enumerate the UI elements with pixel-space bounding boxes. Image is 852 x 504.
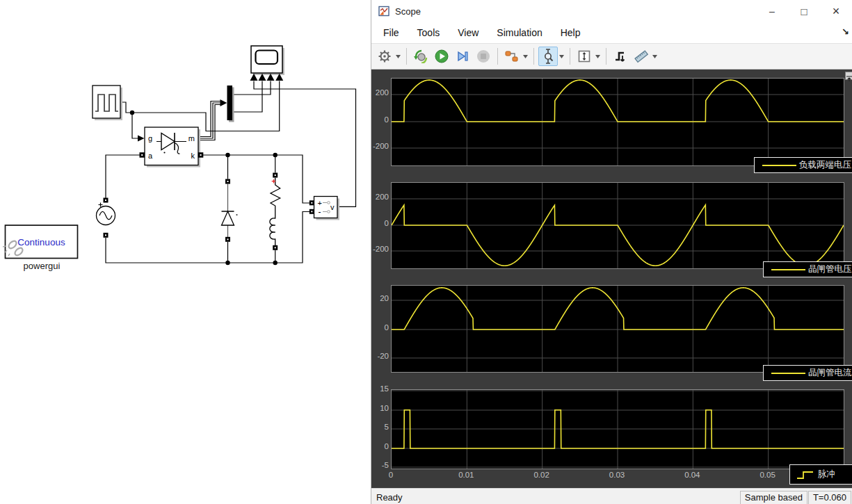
gate-arrowhead [138,136,145,142]
settings-button[interactable] [375,47,394,66]
xtick-label: 0.05 [753,471,783,479]
menu-help[interactable]: Help [554,24,588,41]
measurements-dropdown-arrow[interactable] [652,47,658,65]
menu-simulation[interactable]: Simulation [490,24,549,41]
scale-axes-button[interactable] [574,47,594,66]
simulink-model-canvas[interactable]: g m a k [0,0,371,504]
ytick-label: -5 [371,461,389,469]
status-sim-time: T=0.060 [808,491,851,504]
rl-load-block[interactable] [270,173,280,250]
pulse-generator-block[interactable] [93,86,122,120]
powergui-block[interactable]: Continuous powergui [3,225,78,271]
wire-pulse-to-scope4 [132,81,280,131]
ytick-label: 0 [371,323,389,332]
trigger-button[interactable] [611,47,630,66]
toolbar-separator [533,48,534,65]
title-bar[interactable]: Scope – □ × [371,0,852,22]
legend-pulse[interactable]: 脉冲 [789,464,852,485]
plot-pulse [391,389,844,469]
ytick-label: -200 [371,142,389,150]
ytick-label: -20 [371,352,389,360]
status-bar: Ready Sample based T=0.060 [371,488,852,504]
step-forward-button[interactable] [453,47,472,66]
ytick-label: 0 [371,442,389,450]
ytick-label: 0 [371,219,389,227]
legend-thyristor-voltage[interactable]: 晶闸管电压 [763,261,852,277]
toolbar-separator [606,48,606,65]
minimize-button[interactable]: – [756,0,788,22]
wire-bus-line2 [198,103,220,138]
toolbar-separator [570,48,570,65]
port-label-m: m [188,134,195,143]
demux-block[interactable] [227,86,234,122]
legend-thyristor-current[interactable]: 晶闸管电流 [763,365,852,381]
scope-screen-icon [256,51,278,65]
ac-voltage-source-block[interactable] [97,198,115,238]
legend-label: 晶闸管电流 [808,367,852,379]
xtick-label: 0.04 [677,471,707,479]
wire-demux-out1 [232,81,271,95]
ytick-label: 0 [371,115,389,124]
ytick-label: 10 [371,404,389,412]
vm-minus-label: - [319,207,321,217]
voltage-measurement-block[interactable]: + - v [310,197,339,220]
close-button[interactable]: × [820,0,852,22]
menu-view[interactable]: View [451,24,485,41]
xtick-label: 0.02 [527,471,557,479]
diode-block[interactable] [222,179,238,242]
ytick-label: 200 [371,88,389,97]
scope-block[interactable] [250,46,285,81]
thyristor-block[interactable]: g m a k [140,127,204,168]
measurements-button[interactable] [632,47,651,66]
menu-tools[interactable]: Tools [410,24,447,41]
configure-signals-button[interactable] [502,47,522,66]
wire-vmeas-to-scope1 [254,81,356,207]
status-sample-mode: Sample based [740,491,807,504]
scope-window-icon [378,6,389,17]
legend-load-voltage[interactable]: 负载两端电压 [754,157,852,173]
scope-plot-area: 2000-200负载两端电压2000-200晶闸管电压200-20晶闸管电流15… [371,70,852,488]
wire-demux-out2 [232,81,262,113]
diode-symbol-icon [222,211,234,225]
port-label-a: a [148,152,153,160]
ytick-label: 20 [371,294,389,302]
toolbar-separator [406,48,407,65]
toolbar-separator [497,48,498,65]
vm-ports [310,200,314,214]
highlight-simulink-block-button[interactable] [411,47,431,66]
scope-window: Scope – □ × FileToolsViewSimulationHelp↘… [371,0,852,504]
legend-label: 负载两端电压 [799,159,851,171]
scale-axes-dropdown-arrow[interactable] [595,47,601,65]
zoom-dropdown-arrow[interactable] [558,47,565,65]
menu-bar: FileToolsViewSimulationHelp↘ [371,22,852,43]
wire-bottom-rail [106,212,310,263]
source-plus-sign [99,203,103,207]
plot-thyristor-voltage [391,182,844,269]
port-label-k: k [191,152,195,160]
zoom-button[interactable] [538,47,558,66]
status-text: Ready [376,492,403,503]
xtick-label: 0.03 [602,471,632,479]
plot-thyristor-current [391,285,844,373]
legend-label: 晶闸管电压 [808,263,852,275]
stop-button[interactable] [474,47,493,66]
port-label-g: g [148,134,152,143]
ytick-label: 15 [371,384,389,393]
xtick-label: 0.01 [451,471,481,479]
menu-file[interactable]: File [376,24,406,41]
ytick-label: 200 [371,193,389,201]
powergui-mode-label: Continuous [17,237,65,247]
undock-plot-icon[interactable] [845,72,852,80]
settings-dropdown-arrow[interactable] [395,47,401,65]
demux-arrowhead [220,99,227,106]
maximize-button[interactable]: □ [788,0,820,22]
ytick-label: 5 [371,423,389,431]
resistor-inductor-icon [270,178,280,246]
xtick-label: 0 [376,471,406,479]
vm-plus-label: + [318,199,322,207]
configure-signals-dropdown-arrow[interactable] [522,47,529,65]
run-button[interactable] [432,47,451,66]
powergui-name-label: powergui [24,261,61,271]
dock-arrow-icon[interactable]: ↘ [842,26,849,37]
toolbar [371,43,852,70]
